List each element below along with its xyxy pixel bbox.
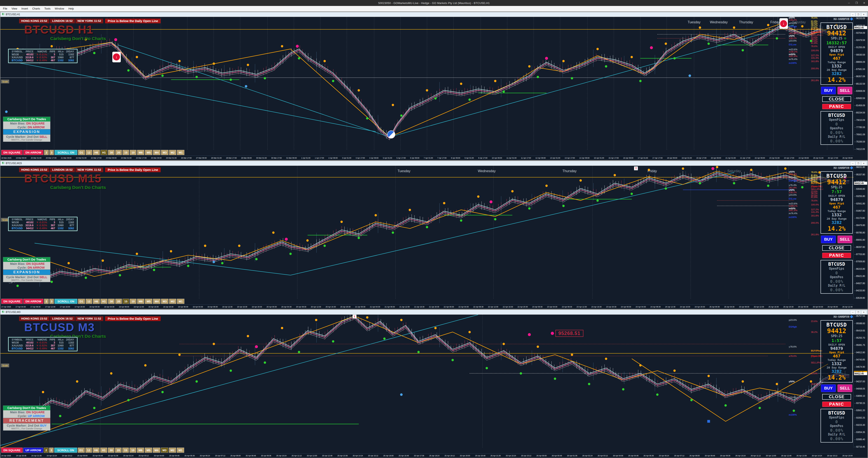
timeframe-button-m1[interactable]: M1 [177,299,184,304]
timeframe-button-m1[interactable]: M1 [177,448,184,453]
timeframe-button-m4[interactable]: M4 [153,299,160,304]
square-signal-button[interactable]: DN SQUARE [1,448,23,453]
number-button-3[interactable]: 3 [50,299,54,304]
menu-item-charts[interactable]: Charts [30,6,42,11]
scroll-toggle-button[interactable]: SCROLL ON [55,299,77,304]
chart-close-icon[interactable]: ✕ [861,310,866,314]
timeframe-button-h6[interactable]: H6 [93,448,100,453]
timeframe-button-h1[interactable]: H1 [100,299,107,304]
timeframe-button-30[interactable]: 30 [108,150,115,155]
timeframe-button-m5[interactable]: M5 [145,299,152,304]
timeframe-button-m4[interactable]: M4 [153,150,160,155]
timeframe-button-m3[interactable]: M3 [161,448,168,453]
number-button-2[interactable]: 2 [44,299,49,304]
arrow-signal-button[interactable]: DN ARROW [23,150,43,155]
square-signal-button[interactable]: DN SQUARE [1,299,23,304]
timeframe-button-h6[interactable]: H6 [93,299,100,304]
timeframe-button-d1[interactable]: D1 [78,448,85,453]
timeframe-button-20[interactable]: 20 [115,448,122,453]
number-button-3[interactable]: 3 [50,150,54,155]
timeframe-button-m6[interactable]: M6 [137,448,144,453]
timeframe-button-m5[interactable]: M5 [145,150,152,155]
menu-item-tools[interactable]: Tools [42,6,53,11]
panic-button[interactable]: PANIC [822,402,851,407]
timeframe-button-d1[interactable]: D1 [78,150,85,155]
timeframe-button-h1[interactable]: H1 [100,448,107,453]
chart-maximize-icon[interactable]: ❐ [856,12,861,17]
sell-button[interactable]: SELL [837,87,852,94]
timeframe-button-m3[interactable]: M3 [161,299,168,304]
panic-button[interactable]: PANIC [822,104,851,109]
maximize-icon[interactable]: ❐ [853,0,860,6]
timeframe-button-15[interactable]: 15 [122,448,129,453]
square-signal-button[interactable]: DN SQUARE [1,150,23,155]
close-button[interactable]: CLOSE [822,96,851,102]
chart-minimize-icon[interactable]: ─ [850,310,855,314]
buy-button[interactable]: BUY [821,384,836,392]
timeframe-button-12[interactable]: 12 [86,299,92,304]
price-axis[interactable]: 95757.5595588.6095419.6595250.7095081.75… [854,315,868,448]
timeframe-button-m6[interactable]: M6 [137,150,145,155]
menu-item-file[interactable]: File [1,6,9,11]
buy-button[interactable]: BUY [821,87,836,94]
chart-window-titlebar[interactable]: BTCUSD,M3 ─❐✕ [0,310,868,315]
scale-button[interactable]: Scale [1,364,9,368]
timeframe-button-m2[interactable]: M2 [169,150,177,155]
chart-close-icon[interactable]: ✕ [861,161,866,165]
time-axis[interactable]: 18 Mar 202519 Mar 09:0020 Mar 01:0020 Ma… [0,155,854,160]
price-axis[interactable]: 96031.8095337.8094643.8093949.8093255.80… [854,166,868,299]
sell-button[interactable]: SELL [837,384,852,392]
chart-minimize-icon[interactable]: ─ [850,161,855,165]
timeframe-button-30[interactable]: 30 [108,299,115,304]
timeframe-button-m6[interactable]: M6 [137,299,145,304]
timeframe-button-10[interactable]: 10 [130,150,136,155]
timeframe-button-12[interactable]: 12 [86,150,92,155]
number-button-2[interactable]: 2 [44,448,49,453]
sell-button[interactable]: SELL [837,235,852,243]
price-axis[interactable]: 96153.0994928.5993704.0992479.5991255.09… [854,17,868,150]
menu-item-view[interactable]: View [9,6,19,11]
timeframe-button-10[interactable]: 10 [130,299,136,304]
chart-maximize-icon[interactable]: ❐ [856,161,861,165]
timeframe-button-15[interactable]: 15 [123,299,129,304]
timeframe-button-d1[interactable]: D1 [78,299,85,304]
buy-button[interactable]: BUY [821,235,836,243]
menu-item-insert[interactable]: Insert [19,6,30,11]
time-axis[interactable]: 17 Apr 202517 Apr 04:3017 Apr 08:3017 Ap… [0,305,854,309]
scroll-toggle-button[interactable]: SCROLL ON [55,150,77,155]
chart-plot-area[interactable]: TuesdayWednesdayThursdayFridaySaturdayp5… [0,166,854,309]
timeframe-button-10[interactable]: 10 [129,448,136,453]
arrow-signal-button[interactable]: UP ARROW [23,448,43,453]
close-button[interactable]: CLOSE [822,394,851,400]
timeframe-button-20[interactable]: 20 [115,299,122,304]
timeframe-button-m5[interactable]: M5 [145,448,152,453]
timeframe-button-m3[interactable]: M3 [161,150,168,155]
timeframe-button-m2[interactable]: M2 [169,448,176,453]
timeframe-button-30[interactable]: 30 [108,448,115,453]
chart-plot-area[interactable]: p23.6%D1Highy78.6%a78.6%y50%y23.6%m100%2… [0,315,854,458]
minimize-icon[interactable]: ─ [845,0,853,6]
number-button-3[interactable]: 3 [49,448,54,453]
chart-window-titlebar[interactable]: BTCUSD,M15 ─❐✕ [0,161,868,166]
chart-minimize-icon[interactable]: ─ [850,12,855,17]
number-button-2[interactable]: 2 [44,150,49,155]
timeframe-button-h1[interactable]: H1 [100,150,107,155]
time-axis[interactable]: 24 Apr 202524 Apr 20:4824 Apr 21:3624 Ap… [0,453,854,458]
scale-button[interactable]: Scale [1,80,9,84]
chart-plot-area[interactable]: TuesdayWednesdayThursdayFridaySaturdayp5… [0,17,854,160]
close-button[interactable]: CLOSE [822,245,851,251]
panic-button[interactable]: PANIC [822,253,851,258]
chart-window-titlebar[interactable]: BTCUSD,H1 ─❐✕ [0,12,868,17]
menu-item-window[interactable]: Window [53,6,66,11]
close-icon[interactable]: ✕ [860,0,868,6]
chart-maximize-icon[interactable]: ❐ [856,310,861,314]
menu-item-help[interactable]: Help [66,6,76,11]
scroll-toggle-button[interactable]: SCROLL ON [54,448,77,453]
timeframe-button-h6[interactable]: H6 [93,150,100,155]
timeframe-button-m2[interactable]: M2 [169,299,177,304]
chart-close-icon[interactable]: ✕ [861,12,866,17]
timeframe-button-m4[interactable]: M4 [153,448,160,453]
timeframe-button-15[interactable]: 15 [123,150,129,155]
arrow-signal-button[interactable]: DN ARROW [23,299,43,304]
timeframe-button-12[interactable]: 12 [85,448,92,453]
